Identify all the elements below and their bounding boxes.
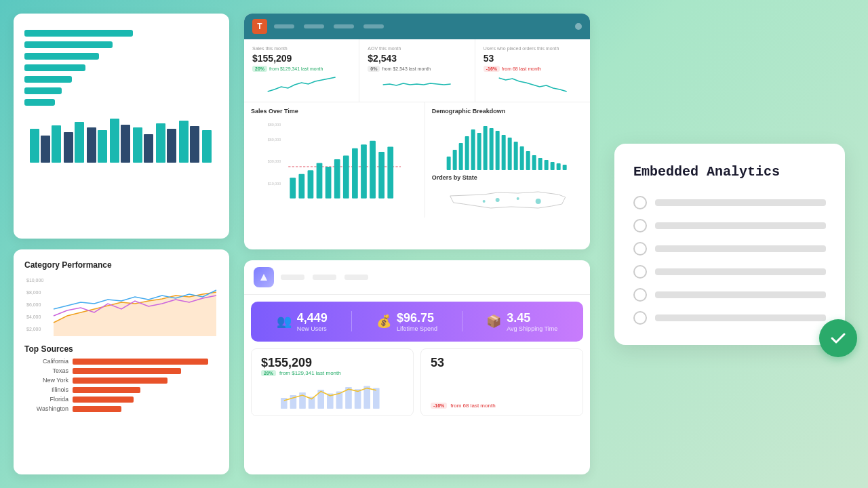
svg-rect-37	[387, 146, 393, 198]
nav-item[interactable]	[274, 24, 294, 28]
dash2-users-metric: 53 -16% from 68 last month	[420, 348, 583, 416]
svg-point-58	[495, 198, 499, 202]
svg-rect-31	[334, 159, 340, 199]
line-chart: $10,000 $8,000 $6,000 $4,000 $2,000	[24, 275, 218, 336]
users-label: Users who placed orders this month	[484, 46, 582, 51]
source-label: California	[24, 358, 68, 365]
sales-chart-svg: $80,000 $60,000 $30,000 $10,000	[251, 119, 418, 200]
checklist-item	[633, 219, 826, 232]
svg-rect-12	[167, 129, 176, 163]
aov-metric: AOV this month $2,543 0% from $2,543 las…	[359, 39, 475, 102]
sales-metric: Sales this month $155,209 20% from $129,…	[244, 39, 359, 102]
bar-row	[24, 30, 218, 37]
svg-text:$30,000: $30,000	[268, 159, 281, 163]
nav-item[interactable]	[334, 24, 354, 28]
embedded-analytics-card: Embedded Analytics	[614, 144, 845, 345]
svg-rect-0	[30, 129, 39, 163]
svg-rect-42	[471, 129, 475, 170]
checklist-item	[633, 265, 826, 279]
bar-track	[24, 76, 72, 83]
svg-rect-9	[133, 127, 142, 163]
lifetime-spend-label: Lifetime Spend	[397, 325, 437, 332]
dash2-line-chart	[261, 382, 403, 409]
check-line	[655, 199, 826, 206]
svg-point-59	[516, 197, 519, 200]
aov-change-text: from $2,543 last month	[382, 66, 431, 71]
aov-label: AOV this month	[368, 46, 466, 51]
svg-text:$4,000: $4,000	[26, 314, 41, 319]
sales-change: 20% from $129,341 last month	[252, 66, 351, 72]
dash2-sales-badge: 20%	[261, 370, 276, 376]
source-bar	[73, 378, 167, 384]
users-badge: -16%	[484, 66, 500, 72]
svg-rect-28	[308, 170, 314, 198]
users-value: 53	[484, 53, 582, 64]
svg-rect-27	[298, 174, 304, 199]
svg-rect-3	[64, 132, 73, 163]
bar-row	[24, 64, 218, 71]
bottom-dashboard-card[interactable]: 👥 4,449 New Users 💰 $96.75 Lifetime Spen…	[244, 260, 590, 474]
settings-dot[interactable]	[575, 23, 582, 30]
checkmark-badge[interactable]	[819, 319, 857, 357]
checklist-item	[633, 311, 826, 325]
svg-text:$80,000: $80,000	[268, 123, 281, 127]
dashboard2-metrics: $155,209 20% from $129,341 last month	[244, 348, 590, 423]
nav2-item[interactable]	[281, 274, 304, 280]
source-item: New York	[24, 377, 218, 384]
source-bar	[73, 406, 121, 412]
checklist-item	[633, 288, 826, 302]
nav2-item[interactable]	[313, 274, 336, 280]
check-line	[655, 222, 826, 229]
dash2-sales-metric: $155,209 20% from $129,341 last month	[251, 348, 414, 416]
top-sources-title: Top Sources	[24, 344, 218, 354]
source-bar	[73, 396, 134, 403]
demographic-title: Demographic Breakdown	[432, 108, 583, 115]
dash2-users-change: -16% from 68 last month	[431, 403, 573, 409]
horizontal-bar-chart	[24, 30, 218, 106]
bar-track	[24, 53, 99, 60]
dashboard2-nav	[281, 274, 368, 280]
nav-item[interactable]	[304, 24, 324, 28]
svg-rect-6	[98, 130, 107, 163]
svg-rect-30	[326, 167, 332, 199]
nav2-item[interactable]	[344, 274, 368, 280]
bar-row	[24, 41, 218, 48]
svg-text:$10,000: $10,000	[268, 182, 281, 186]
sources-list: California Texas New York Illinois Flori…	[24, 358, 218, 412]
aov-change: 0% from $2,543 last month	[368, 66, 466, 72]
checklist-item	[633, 242, 826, 256]
source-label: Illinois	[24, 386, 68, 393]
source-item: Florida	[24, 396, 218, 403]
grouped-bar-chart	[24, 115, 218, 163]
bottom-left-panel: Category Performance $10,000 $8,000 $6,0…	[14, 249, 229, 474]
nav-item[interactable]	[363, 24, 384, 28]
check-circle	[633, 311, 647, 325]
top-dashboard-card[interactable]: T Sales this month $155,209 20% from $12…	[244, 14, 590, 249]
new-users-label: New Users	[297, 325, 328, 332]
source-bar	[73, 359, 208, 365]
svg-rect-7	[110, 119, 119, 163]
bar-track	[24, 64, 85, 71]
svg-rect-54	[544, 160, 548, 170]
source-item: Illinois	[24, 386, 218, 393]
svg-rect-41	[465, 136, 469, 170]
demographic-chart: Demographic Breakdown	[425, 102, 590, 218]
shipping-time-stat: 📦 3.45 Avg Shipping Time	[486, 311, 557, 332]
svg-rect-44	[483, 126, 487, 170]
svg-rect-35	[370, 141, 376, 199]
top-left-panel	[14, 14, 229, 239]
source-label: New York	[24, 377, 68, 384]
svg-text:$6,000: $6,000	[26, 302, 41, 307]
stats-band: 👥 4,449 New Users 💰 $96.75 Lifetime Spen…	[251, 302, 583, 342]
svg-rect-4	[75, 122, 84, 163]
bar-track	[24, 87, 62, 94]
dash2-sales-value: $155,209	[261, 356, 403, 370]
svg-rect-1	[41, 136, 50, 163]
sales-over-time-title: Sales Over Time	[251, 108, 418, 115]
aov-badge: 0%	[368, 66, 380, 72]
dash2-users-change-text: from 68 last month	[450, 403, 495, 409]
metrics-row: Sales this month $155,209 20% from $129,…	[244, 39, 590, 102]
check-line	[655, 268, 826, 275]
svg-rect-39	[452, 150, 456, 170]
check-line	[655, 245, 826, 252]
